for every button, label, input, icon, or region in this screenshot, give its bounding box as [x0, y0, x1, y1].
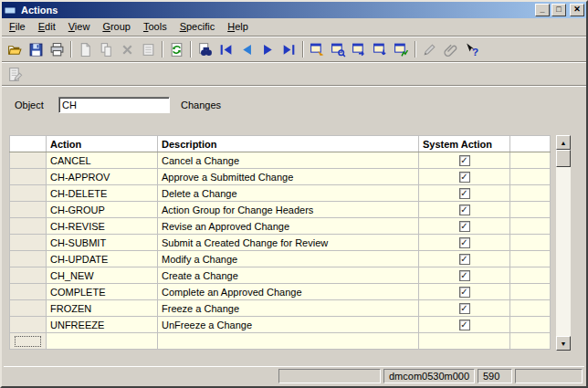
system-action-checkbox[interactable]: ✓	[459, 204, 470, 215]
row-selector[interactable]	[10, 152, 47, 169]
zoom-session-button[interactable]	[328, 39, 349, 59]
row-selector[interactable]	[10, 169, 47, 185]
attachment-button[interactable]	[440, 39, 461, 59]
action-cell[interactable]: COMPLETE	[47, 284, 158, 300]
previous-record-button[interactable]	[236, 39, 257, 59]
empty-cell[interactable]	[158, 333, 419, 350]
system-action-cell: ✓	[419, 202, 510, 218]
description-cell[interactable]: Submit a Created Change for Review	[158, 235, 419, 251]
system-action-cell: ✓	[419, 317, 510, 333]
app-icon[interactable]	[4, 4, 18, 16]
action-cell[interactable]: UNFREEZE	[47, 317, 158, 333]
system-action-checkbox[interactable]: ✓	[459, 155, 470, 166]
system-action-checkbox[interactable]: ✓	[459, 221, 470, 232]
print-button[interactable]	[47, 39, 68, 59]
filler-column-header	[510, 136, 551, 152]
action-cell[interactable]: CH-DELETE	[47, 185, 158, 202]
actions-table: Action Description System Action CANCEL …	[9, 135, 551, 350]
context-help-button[interactable]: ?	[461, 39, 482, 59]
copy-button[interactable]	[96, 39, 117, 59]
row-selector[interactable]	[10, 300, 47, 317]
description-cell[interactable]: Create a Change	[158, 267, 419, 284]
refresh-icon	[169, 42, 184, 58]
close-button[interactable]: ✕	[570, 4, 584, 16]
description-cell[interactable]: Action Group for Change Headers	[158, 202, 419, 218]
description-cell[interactable]: Modify a Change	[158, 251, 419, 267]
system-action-checkbox[interactable]: ✓	[459, 254, 470, 265]
run-session-button[interactable]	[391, 39, 412, 59]
maximize-button[interactable]: □	[551, 4, 566, 16]
action-cell[interactable]: CH-GROUP	[47, 202, 158, 218]
description-cell[interactable]: Delete a Change	[158, 185, 419, 202]
description-cell[interactable]: Approve a Submitted Change	[158, 169, 419, 185]
action-cell[interactable]: CH-SUBMIT	[47, 235, 158, 251]
row-selector[interactable]	[10, 185, 47, 202]
table-row: UNFREEZE UnFreeze a Change ✓	[10, 317, 551, 333]
scroll-down-button[interactable]: ▼	[556, 336, 571, 351]
menu-help[interactable]: Help	[221, 19, 255, 35]
object-input[interactable]	[58, 97, 170, 113]
row-selector[interactable]	[10, 251, 47, 267]
menu-file[interactable]: File	[3, 19, 32, 35]
table-row: CH-DELETE Delete a Change ✓	[10, 185, 551, 202]
next-record-button[interactable]	[257, 39, 278, 59]
related-session-button[interactable]	[349, 39, 370, 59]
menu-tools[interactable]: Tools	[137, 19, 173, 35]
filler-cell	[510, 251, 551, 267]
row-selector-focused[interactable]	[10, 333, 47, 350]
action-cell[interactable]: CH-UPDATE	[47, 251, 158, 267]
refresh-button[interactable]	[166, 39, 187, 59]
text-editor-button[interactable]	[5, 64, 26, 84]
system-action-checkbox[interactable]: ✓	[459, 303, 470, 314]
properties-button[interactable]	[138, 39, 159, 59]
first-record-button[interactable]	[215, 39, 236, 59]
empty-cell[interactable]	[47, 333, 158, 350]
action-cell[interactable]: CANCEL	[47, 152, 158, 169]
vertical-scrollbar[interactable]: ▲ ▼	[556, 135, 571, 351]
action-cell[interactable]: CH-REVISE	[47, 218, 158, 235]
system-action-checkbox[interactable]: ✓	[459, 237, 470, 248]
action-cell[interactable]: CH-APPROV	[47, 169, 158, 185]
system-action-checkbox[interactable]: ✓	[459, 270, 470, 281]
row-selector[interactable]	[10, 235, 47, 251]
description-cell[interactable]: Complete an Approved Change	[158, 284, 419, 300]
system-action-checkbox[interactable]: ✓	[459, 188, 470, 199]
menu-group[interactable]: Group	[96, 19, 137, 35]
toolbar-separator	[70, 41, 72, 58]
row-selector[interactable]	[10, 202, 47, 218]
menu-view[interactable]: View	[62, 19, 97, 35]
action-cell[interactable]: FROZEN	[47, 300, 158, 317]
system-action-checkbox[interactable]: ✓	[459, 172, 470, 183]
minimize-button[interactable]: _	[535, 4, 550, 16]
menu-edit[interactable]: Edit	[32, 19, 62, 35]
open-button[interactable]	[5, 39, 26, 59]
row-selector[interactable]	[10, 317, 47, 333]
save-button[interactable]	[26, 39, 47, 59]
filler-cell	[510, 185, 551, 202]
scroll-up-button[interactable]: ▲	[556, 135, 571, 150]
row-selector[interactable]	[10, 267, 47, 284]
detail-session-button[interactable]	[370, 39, 391, 59]
sign-button[interactable]	[419, 39, 440, 59]
system-action-checkbox[interactable]: ✓	[459, 320, 470, 330]
find-button[interactable]	[194, 39, 215, 59]
object-label: Object	[15, 100, 58, 110]
menu-specific[interactable]: Specific	[173, 19, 222, 35]
scrollbar-thumb[interactable]	[556, 150, 571, 167]
delete-button[interactable]	[117, 39, 138, 59]
check-icon: ✓	[460, 255, 469, 264]
start-session-button[interactable]	[307, 39, 328, 59]
row-selector[interactable]	[10, 218, 47, 235]
action-cell[interactable]: CH_NEW	[47, 267, 158, 284]
description-cell[interactable]: Freeze a Change	[158, 300, 419, 317]
system-action-checkbox[interactable]: ✓	[459, 287, 470, 298]
system-action-cell: ✓	[419, 185, 510, 202]
new-button[interactable]	[75, 39, 96, 59]
last-record-button[interactable]	[278, 39, 299, 59]
description-cell[interactable]: Cancel a Change	[158, 152, 419, 169]
detail-session-icon	[373, 42, 388, 58]
description-cell[interactable]: Revise an Approved Change	[158, 218, 419, 235]
empty-row	[10, 333, 551, 350]
row-selector[interactable]	[10, 284, 47, 300]
description-cell[interactable]: UnFreeze a Change	[158, 317, 419, 333]
